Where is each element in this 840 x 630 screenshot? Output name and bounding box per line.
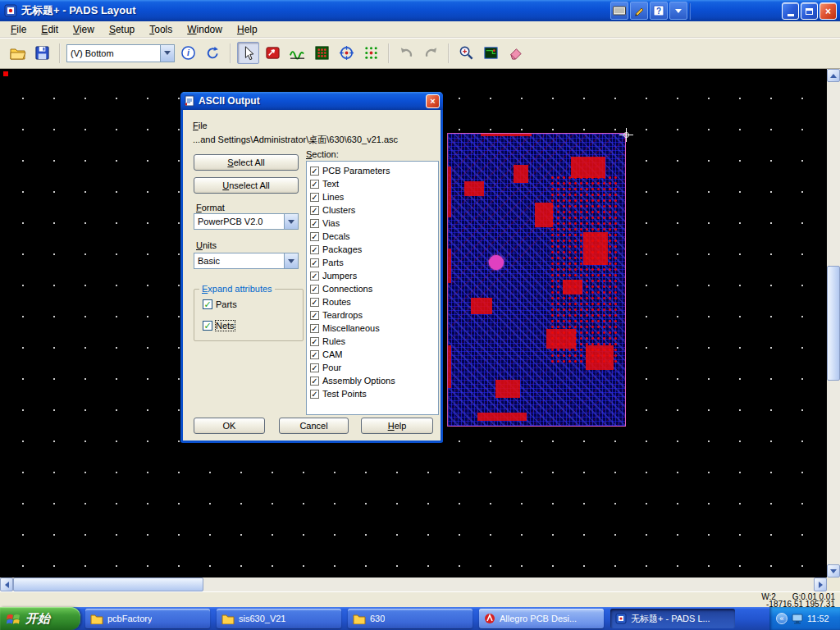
section-item[interactable]: ✓Test Points (308, 387, 436, 400)
menu-view[interactable]: View (66, 22, 102, 37)
menu-edit[interactable]: Edit (34, 22, 66, 37)
section-item-label: Assembly Options (322, 376, 395, 386)
window-controls: × (782, 2, 837, 20)
help-icon[interactable]: ? (650, 2, 668, 20)
zoom-in-icon[interactable] (455, 42, 477, 64)
section-item[interactable]: ✓Connections (308, 282, 436, 295)
section-item-label: Pour (322, 363, 341, 372)
redo-icon[interactable] (420, 42, 442, 64)
vertical-scroll-thumb[interactable] (827, 266, 840, 381)
section-item-label: Miscellaneous (322, 323, 380, 333)
dialog-titlebar[interactable]: ASCII Output × (180, 92, 443, 110)
taskbar-item-allegro[interactable]: Allegro PCB Desi... (479, 609, 604, 628)
save-icon[interactable] (31, 42, 53, 64)
drill-toolbar-icon[interactable] (336, 42, 358, 64)
units-select[interactable]: Basic (194, 253, 299, 269)
section-item[interactable]: ✓Decals (308, 230, 436, 243)
menu-tools[interactable]: Tools (142, 22, 180, 37)
open-icon[interactable] (7, 42, 29, 64)
route-toolbar-icon[interactable] (286, 42, 308, 64)
cancel-button[interactable]: Cancel (279, 418, 349, 434)
section-item[interactable]: ✓Vias (308, 217, 436, 230)
format-dropdown-icon[interactable] (284, 214, 298, 229)
section-item[interactable]: ✓Routes (308, 295, 436, 308)
format-value: PowerPCB V2.0 (194, 217, 284, 226)
checkbox-checked-icon: ✓ (310, 337, 319, 346)
menu-help[interactable]: Help (230, 22, 265, 37)
info-icon[interactable]: i (177, 42, 199, 64)
keyboard-icon[interactable] (610, 2, 628, 20)
section-item[interactable]: ✓PCB Parameters (308, 164, 436, 177)
scroll-up-icon[interactable] (827, 69, 840, 82)
status-bar: W:2 G:0.01 0.01 -18716.51 1957.31 (0, 591, 840, 607)
section-item-label: Parts (322, 258, 344, 267)
menu-setup[interactable]: Setup (102, 22, 142, 37)
window-titlebar[interactable]: 无标题+ - PADS Layout ? × (0, 0, 840, 21)
start-button[interactable]: 开始 (0, 607, 80, 630)
refresh-icon[interactable] (202, 42, 224, 64)
pencil-icon[interactable] (630, 2, 648, 20)
section-item[interactable]: ✓Teardrops (308, 308, 436, 322)
layer-selector-dropdown[interactable] (160, 45, 174, 62)
section-item[interactable]: ✓Lines (308, 190, 436, 203)
section-item[interactable]: ✓Assembly Options (308, 374, 436, 387)
section-item-label: Vias (322, 218, 340, 228)
scroll-down-icon[interactable] (827, 564, 840, 578)
taskbar-item-630[interactable]: 630 (348, 609, 472, 628)
select-arrow-icon[interactable] (237, 42, 259, 64)
file-label: File (193, 121, 208, 130)
windows-flag-icon (7, 612, 21, 625)
layer-selector[interactable]: (V) Bottom (66, 44, 175, 62)
taskbar-item-pads[interactable]: 无标题+ - PADS L... (610, 609, 735, 628)
nets-checkbox[interactable]: ✓ Nets (203, 321, 235, 331)
horizontal-scroll-thumb[interactable] (13, 578, 203, 591)
parts-checkbox[interactable]: ✓ Parts (203, 299, 237, 309)
clock[interactable]: 11:52 (807, 614, 829, 623)
section-list[interactable]: ✓PCB Parameters ✓Text ✓Lines ✓Clusters ✓… (306, 161, 439, 415)
chevron-down-icon[interactable] (669, 2, 687, 20)
horizontal-scrollbar[interactable] (0, 578, 827, 591)
menu-file[interactable]: File (3, 22, 34, 37)
section-item-label: Jumpers (322, 271, 357, 281)
minimize-button[interactable] (782, 2, 799, 20)
design-toolbar-icon[interactable] (262, 42, 284, 64)
section-item[interactable]: ✓Packages (308, 243, 436, 256)
section-item[interactable]: ✓Rules (308, 335, 436, 348)
undo-icon[interactable] (395, 42, 418, 64)
help-button[interactable]: Help (361, 418, 433, 434)
scroll-left-icon[interactable] (0, 578, 13, 591)
pads-icon (615, 613, 627, 624)
pcb-design[interactable] (447, 133, 626, 427)
eraser-icon[interactable] (504, 42, 527, 64)
scroll-right-icon[interactable] (814, 578, 827, 591)
toolbar: (V) Bottom i (0, 38, 840, 69)
close-button[interactable]: × (819, 2, 837, 20)
section-item[interactable]: ✓Text (308, 177, 436, 190)
section-item[interactable]: ✓Pour (308, 361, 436, 374)
section-item[interactable]: ✓Parts (308, 256, 436, 269)
section-item[interactable]: ✓Clusters (308, 203, 436, 217)
restore-button[interactable] (801, 2, 818, 20)
ok-button[interactable]: OK (194, 418, 265, 434)
taskbar-item-sis630[interactable]: sis630_V21 (217, 609, 341, 628)
select-all-button[interactable]: Select All (194, 154, 299, 171)
checkbox-checked-icon: ✓ (310, 363, 319, 372)
grid-toolbar-icon[interactable] (360, 42, 382, 64)
network-tray-icon[interactable] (792, 614, 803, 624)
unselect-all-button[interactable]: Unselect All (194, 177, 299, 194)
bga-toolbar-icon[interactable] (311, 42, 333, 64)
board-icon[interactable] (480, 42, 502, 64)
menu-window[interactable]: Window (180, 22, 230, 37)
dialog-close-icon[interactable]: × (426, 94, 440, 108)
hide-notifications-icon[interactable]: « (776, 613, 788, 624)
taskbar-item-pcbfactory[interactable]: pcbFactory (85, 609, 210, 628)
vertical-scrollbar[interactable] (827, 69, 840, 578)
section-item[interactable]: ✓Jumpers (308, 269, 436, 282)
section-item-label: Routes (322, 297, 351, 307)
section-item[interactable]: ✓CAM (308, 348, 436, 361)
units-dropdown-icon[interactable] (284, 253, 298, 268)
format-select[interactable]: PowerPCB V2.0 (194, 213, 299, 230)
titlebar-toolbar: ? (610, 2, 687, 20)
checkbox-checked-icon: ✓ (310, 206, 319, 215)
section-item[interactable]: ✓Miscellaneous (308, 322, 436, 335)
